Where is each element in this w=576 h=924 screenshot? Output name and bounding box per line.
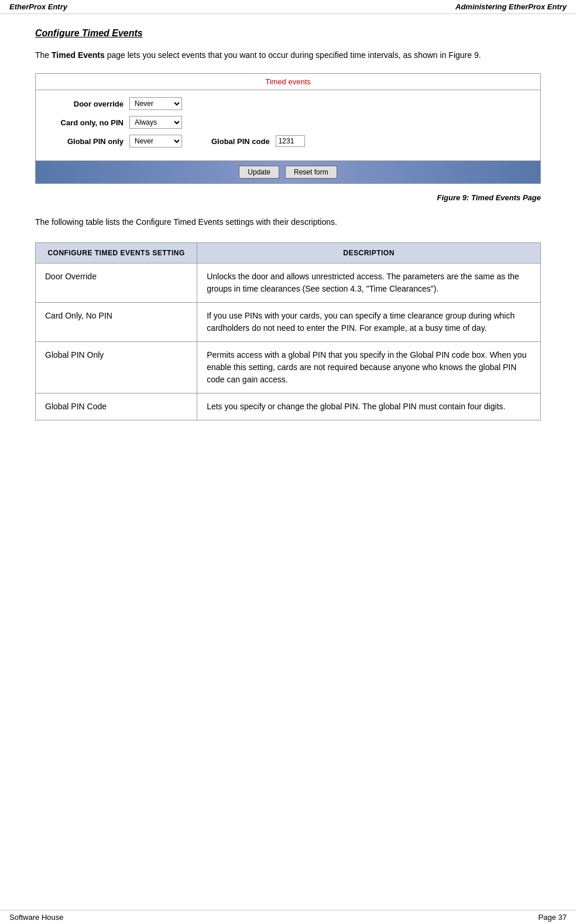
col1-header: CONFIGURE TIMED EVENTS SETTING: [36, 243, 197, 263]
table-row: Global PIN CodeLets you specify or chang…: [36, 393, 541, 420]
timed-events-form-box: Timed events Door override Never Always …: [35, 73, 541, 184]
global-pin-only-select[interactable]: Never Always: [129, 135, 182, 148]
section-title: Configure Timed Events: [35, 28, 541, 39]
global-pin-only-label: Global PIN only: [47, 137, 124, 146]
intro-text-part2: page lets you select events that you wan…: [105, 50, 481, 60]
col2-header: DESCRIPTION: [197, 243, 541, 263]
form-action-bar: Update Reset form: [36, 160, 540, 183]
card-only-row: Card only, no PIN Always Never: [47, 116, 529, 129]
reset-form-button[interactable]: Reset form: [285, 166, 337, 179]
footer-right: Page 37: [539, 913, 567, 922]
intro-text-bold: Timed Events: [52, 50, 105, 60]
following-text: The following table lists the Configure …: [35, 216, 541, 228]
global-pin-only-row: Global PIN only Never Always Global PIN …: [47, 135, 529, 148]
setting-description: Permits access with a global PIN that yo…: [197, 342, 541, 393]
global-pin-code-label: Global PIN code: [211, 137, 270, 146]
setting-name: Card Only, No PIN: [36, 303, 197, 342]
update-button[interactable]: Update: [239, 166, 279, 179]
table-row: Global PIN OnlyPermits access with a glo…: [36, 342, 541, 393]
form-box-header: Timed events: [36, 74, 540, 90]
door-override-select[interactable]: Never Always: [129, 97, 182, 110]
settings-table-body: Door OverrideUnlocks the door and allows…: [36, 263, 541, 420]
setting-name: Global PIN Only: [36, 342, 197, 393]
setting-name: Global PIN Code: [36, 393, 197, 420]
main-content: Configure Timed Events The Timed Events …: [0, 14, 576, 473]
table-header-row: CONFIGURE TIMED EVENTS SETTING DESCRIPTI…: [36, 243, 541, 263]
footer-left: Software House: [9, 913, 64, 922]
page-footer: Software House Page 37: [0, 910, 576, 924]
intro-text-part1: The: [35, 50, 52, 60]
form-box-body: Door override Never Always Card only, no…: [36, 90, 540, 160]
setting-name: Door Override: [36, 263, 197, 303]
door-override-row: Door override Never Always: [47, 97, 529, 110]
setting-description: Lets you specify or change the global PI…: [197, 393, 541, 420]
figure-caption: Figure 9: Timed Events Page: [35, 193, 541, 202]
setting-description: Unlocks the door and allows unrestricted…: [197, 263, 541, 303]
global-pin-code-input[interactable]: [276, 135, 305, 147]
door-override-label: Door override: [47, 100, 124, 108]
header-right-title: Administering EtherProx Entry: [455, 2, 567, 11]
settings-table: CONFIGURE TIMED EVENTS SETTING DESCRIPTI…: [35, 242, 541, 420]
table-row: Door OverrideUnlocks the door and allows…: [36, 263, 541, 303]
card-only-select[interactable]: Always Never: [129, 116, 182, 129]
page-header: EtherProx Entry Administering EtherProx …: [0, 0, 576, 14]
header-left-title: EtherProx Entry: [9, 2, 67, 11]
table-row: Card Only, No PINIf you use PINs with yo…: [36, 303, 541, 342]
card-only-label: Card only, no PIN: [47, 118, 124, 127]
setting-description: If you use PINs with your cards, you can…: [197, 303, 541, 342]
intro-paragraph: The Timed Events page lets you select ev…: [35, 49, 541, 61]
